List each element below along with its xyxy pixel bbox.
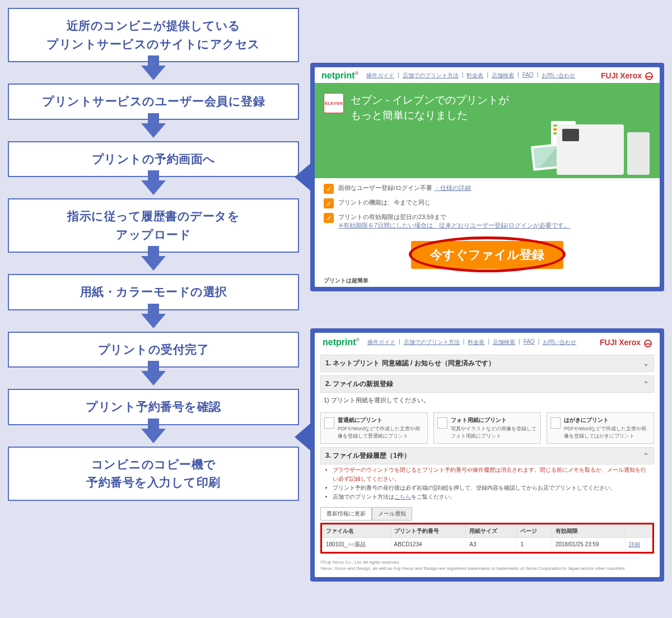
plain-paper-option[interactable]: 普通紙にプリントPDFやWordなどで作成した文書や画像を登録して普通紙にプリン… (320, 412, 428, 444)
step-1: 近所のコンビニが提供しているプリントサービスのサイトにアクセス (8, 8, 299, 62)
detail-link[interactable]: 詳細 (629, 541, 640, 547)
step-8: コンビニのコピー機で予約番号を入力して印刷 (8, 447, 299, 501)
cell-size: A3 (466, 537, 517, 551)
cell-pages: 1 (517, 537, 552, 551)
note-item: 店舗でのプリント方法はこちらをご覧ください。 (333, 492, 650, 501)
step-label: 指示に従って履歴書のデータをアップロード (67, 210, 240, 241)
legal-footer: ©Fuji Xerox Co., Ltd. All rights reserve… (320, 559, 654, 571)
nav-link: お問い合わせ (543, 338, 576, 346)
document-icon (324, 417, 334, 429)
printer-illustration (532, 108, 650, 175)
step-label: プリントサービスのユーザー会員に登録 (42, 95, 265, 108)
top-nav-links[interactable]: 操作ガイド | 店舗でのプリント方法 | 料金表 | 店舗検索 | FAQ | … (366, 72, 575, 80)
col-detail (626, 524, 652, 537)
nav-link: 店舗検索 (493, 338, 515, 346)
col-expiry: 有効期限 (552, 524, 626, 537)
step-label: 用紙・カラーモードの選択 (80, 285, 227, 298)
hero-banner: ELEVEN セブン - イレブンでのプリントがもっと簡単になりました (315, 83, 660, 178)
sphere-icon (645, 72, 653, 80)
tab-row: 最新情報に更新 メール通知 (320, 507, 654, 521)
detail-link[interactable]: ・仕様の詳細 (434, 184, 471, 191)
col-pages: ページ (517, 524, 552, 537)
nav-link: 店舗でのプリント方法 (404, 338, 460, 346)
feature-item: ✓面倒なユーザー登録/ログイン不要 ・仕様の詳細 (324, 184, 651, 194)
check-icon: ✓ (324, 213, 334, 223)
cell-expiry: 2018/01/25 23:59 (552, 537, 626, 551)
table-row: 180101_○○薬品 ABCD1234 A3 1 2018/01/25 23:… (323, 537, 652, 551)
col-reservation: プリント予約番号 (390, 524, 466, 537)
printer-icon (557, 124, 624, 175)
top-nav-links[interactable]: 操作ガイド | 店舗でのプリント方法 | 料金表 | 店舗検索 | FAQ | … (367, 338, 576, 346)
nav-link: お問い合わせ (542, 72, 575, 80)
postcard-icon (550, 417, 561, 429)
step-label: コンビニのコピー機で予約番号を入力して印刷 (86, 458, 221, 489)
netprint-logo: netprint® (323, 337, 360, 347)
top-bar: netprint® 操作ガイド | 店舗でのプリント方法 | 料金表 | 店舗検… (315, 67, 660, 83)
step-label: プリント予約番号を確認 (86, 400, 221, 413)
arrow-down-icon (141, 123, 166, 138)
col-size: 用紙サイズ (466, 524, 517, 537)
arrow-down-icon (141, 256, 166, 271)
feature-list: ✓面倒なユーザー登録/ログイン不要 ・仕様の詳細 ✓プリントの機能は、今までと同… (315, 178, 660, 238)
file-history-table-highlight: ファイル名 プリント予約番号 用紙サイズ ページ 有効期限 180101_○○薬… (320, 523, 654, 554)
postcard-option[interactable]: はがきにプリントPDFやWordなどで作成した文書や画像を登録してはがきにプリン… (547, 412, 654, 444)
photo-icon (437, 417, 447, 429)
step-label: 近所のコンビニが提供しているプリントサービスのサイトにアクセス (46, 19, 260, 50)
nav-link: 店舗検索 (492, 72, 514, 80)
nav-link: 店舗でのプリント方法 (403, 72, 459, 80)
section-1-header[interactable]: 1. ネットプリント 同意確認 / お知らせ（同意済みです）⌄ (320, 355, 654, 372)
seven-eleven-icon: ELEVEN (324, 93, 344, 113)
flow-column: 近所のコンビニが提供しているプリントサービスのサイトにアクセス プリントサービス… (8, 8, 299, 582)
arrow-down-icon (141, 66, 166, 80)
mail-notify-tab[interactable]: メール通知 (372, 507, 412, 521)
section-3-header[interactable]: 3. ファイル登録履歴（1件）⌃ (320, 447, 654, 464)
hero-headline: セブン - イレブンでのプリントがもっと簡単になりました (351, 93, 509, 123)
arrow-down-icon (141, 371, 166, 385)
nav-link: 料金表 (468, 338, 484, 346)
check-icon: ✓ (324, 184, 334, 194)
detail-link[interactable]: ※有効期限を7日間にしたい場合は、従来どおりユーザー登録/ログインが必要です。 (338, 222, 570, 229)
screenshots-column: netprint® 操作ガイド | 店舗でのプリント方法 | 料金表 | 店舗検… (310, 8, 664, 582)
expand-icon: ⌄ (643, 359, 649, 368)
step-4: 指示に従って履歴書のデータをアップロード (8, 198, 299, 253)
register-file-button[interactable]: 今すぐファイル登録 (411, 241, 563, 269)
paper-options-row: 普通紙にプリントPDFやWordなどで作成した文書や画像を登録して普通紙にプリン… (320, 412, 654, 444)
step-label: プリントの予約画面へ (92, 152, 216, 165)
check-icon: ✓ (324, 198, 334, 208)
collapse-icon: ⌃ (643, 452, 649, 460)
nav-link: FAQ (524, 338, 535, 346)
kochira-link[interactable]: こちら (394, 494, 411, 500)
notes-list: ブラウザーのウィンドウを閉じるとプリント予約番号や操作履歴は消去されます。閉じる… (320, 464, 654, 503)
collapse-icon: ⌃ (643, 380, 649, 388)
screenshot-callout-1: netprint® 操作ガイド | 店舗でのプリント方法 | 料金表 | 店舗検… (310, 63, 664, 291)
section-2-subtitle: 1) プリント用紙を選択してください。 (320, 393, 654, 409)
file-history-table: ファイル名 プリント予約番号 用紙サイズ ページ 有効期限 180101_○○薬… (322, 524, 652, 552)
footer-snippet: プリントは超簡単 (315, 277, 660, 287)
layout: 近所のコンビニが提供しているプリントサービスのサイトにアクセス プリントサービス… (8, 8, 664, 582)
nav-link: FAQ (522, 72, 534, 80)
netprint-logo: netprint® (321, 71, 358, 81)
feature-item: ✓プリントの機能は、今までと同じ (324, 198, 651, 208)
feature-item: ✓プリントの有効期限は翌日の23:59まで※有効期限を7日間にしたい場合は、従来… (324, 213, 651, 230)
arrow-down-icon (141, 180, 166, 195)
arrow-down-icon (141, 429, 166, 443)
nav-link: 料金表 (466, 72, 483, 80)
note-item: プリント予約番号の発行後は必ず右端の[詳細]を押して、登録内容を確認してからお店… (333, 484, 650, 492)
refresh-tab[interactable]: 最新情報に更新 (320, 507, 372, 521)
table-header-row: ファイル名 プリント予約番号 用紙サイズ ページ 有効期限 (323, 524, 652, 537)
top-bar: netprint® 操作ガイド | 店舗でのプリント方法 | 料金表 | 店舗検… (320, 336, 654, 351)
nav-link: 操作ガイド (367, 338, 395, 346)
netprint-landing-panel: netprint® 操作ガイド | 店舗でのプリント方法 | 料金表 | 店舗検… (315, 67, 660, 287)
note-warning: ブラウザーのウィンドウを閉じるとプリント予約番号や操作履歴は消去されます。閉じる… (333, 466, 650, 484)
photo-paper-option[interactable]: フォト用紙にプリント写真やイラストなどの画像を登録してフォト用紙にプリント (433, 412, 541, 444)
col-filename: ファイル名 (323, 524, 391, 537)
section-2-header[interactable]: 2. ファイルの新規登録⌃ (320, 375, 654, 393)
fuji-xerox-logo: FUJI Xerox (601, 71, 653, 80)
sphere-icon (644, 340, 652, 347)
cell-reservation: ABCD1234 (390, 537, 466, 551)
cell-filename: 180101_○○薬品 (323, 537, 391, 551)
arrow-down-icon (141, 314, 166, 328)
cta-area: 今すぐファイル登録 (315, 238, 660, 277)
fuji-xerox-logo: FUJI Xerox (600, 338, 652, 347)
nav-link: 操作ガイド (366, 72, 394, 80)
